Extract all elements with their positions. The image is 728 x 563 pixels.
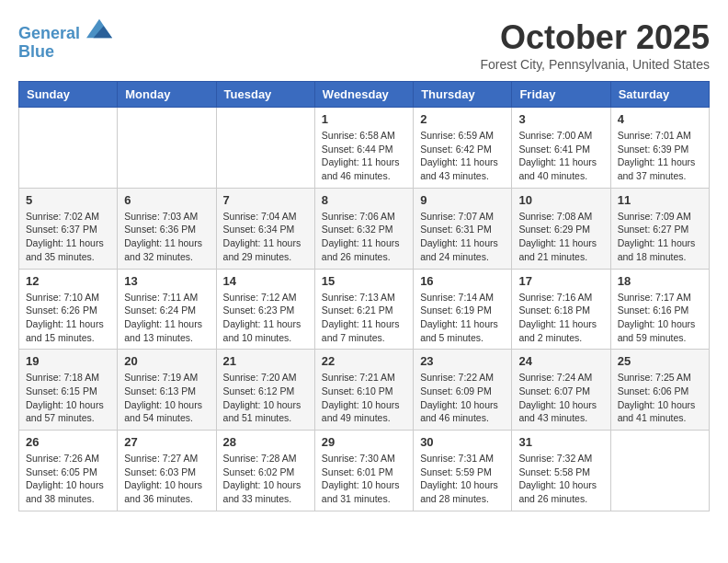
logo-icon <box>86 18 112 39</box>
calendar-week-row: 12Sunrise: 7:10 AM Sunset: 6:26 PM Dayli… <box>19 269 710 350</box>
calendar-cell: 29Sunrise: 7:30 AM Sunset: 6:01 PM Dayli… <box>314 431 413 511</box>
day-info: Sunrise: 7:26 AM Sunset: 6:05 PM Dayligh… <box>26 452 110 506</box>
day-number: 6 <box>124 193 209 207</box>
calendar-cell: 5Sunrise: 7:02 AM Sunset: 6:37 PM Daylig… <box>19 188 118 269</box>
day-info: Sunrise: 7:17 AM Sunset: 6:16 PM Dayligh… <box>618 291 702 345</box>
weekday-header: Monday <box>118 82 216 108</box>
day-info: Sunrise: 7:19 AM Sunset: 6:13 PM Dayligh… <box>124 371 209 425</box>
logo-blue-text: Blue <box>18 43 112 62</box>
day-info: Sunrise: 7:10 AM Sunset: 6:26 PM Dayligh… <box>26 291 110 345</box>
weekday-header: Tuesday <box>216 82 314 108</box>
day-info: Sunrise: 7:09 AM Sunset: 6:27 PM Dayligh… <box>618 210 702 264</box>
day-number: 16 <box>420 274 505 288</box>
day-info: Sunrise: 7:25 AM Sunset: 6:06 PM Dayligh… <box>618 371 702 425</box>
calendar-cell: 20Sunrise: 7:19 AM Sunset: 6:13 PM Dayli… <box>118 350 216 431</box>
calendar-cell <box>610 431 709 511</box>
title-block: October 2025 Forest City, Pennsylvania, … <box>480 18 710 72</box>
calendar-cell: 18Sunrise: 7:17 AM Sunset: 6:16 PM Dayli… <box>610 269 709 350</box>
day-info: Sunrise: 7:18 AM Sunset: 6:15 PM Dayligh… <box>26 371 110 425</box>
day-info: Sunrise: 6:58 AM Sunset: 6:44 PM Dayligh… <box>322 129 406 183</box>
calendar-cell: 15Sunrise: 7:13 AM Sunset: 6:21 PM Dayli… <box>314 269 413 350</box>
day-number: 5 <box>26 193 110 207</box>
day-number: 3 <box>518 112 603 126</box>
calendar-cell: 13Sunrise: 7:11 AM Sunset: 6:24 PM Dayli… <box>118 269 216 350</box>
day-number: 24 <box>518 354 603 368</box>
location: Forest City, Pennsylvania, United States <box>480 57 710 72</box>
calendar-cell <box>216 108 314 189</box>
day-info: Sunrise: 7:13 AM Sunset: 6:21 PM Dayligh… <box>322 291 406 345</box>
day-number: 27 <box>124 435 209 449</box>
day-number: 22 <box>322 354 406 368</box>
day-number: 18 <box>618 274 702 288</box>
calendar-cell: 22Sunrise: 7:21 AM Sunset: 6:10 PM Dayli… <box>314 350 413 431</box>
day-number: 11 <box>618 193 702 207</box>
day-number: 21 <box>223 354 308 368</box>
weekday-header: Wednesday <box>314 82 413 108</box>
calendar-cell: 14Sunrise: 7:12 AM Sunset: 6:23 PM Dayli… <box>216 269 314 350</box>
calendar-cell: 17Sunrise: 7:16 AM Sunset: 6:18 PM Dayli… <box>512 269 610 350</box>
day-number: 12 <box>26 274 110 288</box>
calendar-cell: 9Sunrise: 7:07 AM Sunset: 6:31 PM Daylig… <box>414 188 512 269</box>
day-number: 8 <box>322 193 406 207</box>
day-info: Sunrise: 7:03 AM Sunset: 6:36 PM Dayligh… <box>124 210 209 264</box>
day-number: 29 <box>322 435 406 449</box>
calendar-week-row: 1Sunrise: 6:58 AM Sunset: 6:44 PM Daylig… <box>19 108 710 189</box>
month-title: October 2025 <box>480 18 710 57</box>
day-info: Sunrise: 6:59 AM Sunset: 6:42 PM Dayligh… <box>420 129 505 183</box>
calendar-cell: 31Sunrise: 7:32 AM Sunset: 5:58 PM Dayli… <box>512 431 610 511</box>
day-info: Sunrise: 7:24 AM Sunset: 6:07 PM Dayligh… <box>518 371 603 425</box>
day-number: 7 <box>223 193 308 207</box>
calendar-cell: 8Sunrise: 7:06 AM Sunset: 6:32 PM Daylig… <box>314 188 413 269</box>
day-number: 20 <box>124 354 209 368</box>
calendar-cell: 12Sunrise: 7:10 AM Sunset: 6:26 PM Dayli… <box>19 269 118 350</box>
calendar-cell: 11Sunrise: 7:09 AM Sunset: 6:27 PM Dayli… <box>610 188 709 269</box>
calendar-cell: 10Sunrise: 7:08 AM Sunset: 6:29 PM Dayli… <box>512 188 610 269</box>
calendar-cell: 23Sunrise: 7:22 AM Sunset: 6:09 PM Dayli… <box>414 350 512 431</box>
day-number: 31 <box>518 435 603 449</box>
calendar-cell <box>19 108 118 189</box>
day-info: Sunrise: 7:28 AM Sunset: 6:02 PM Dayligh… <box>223 452 308 506</box>
day-number: 2 <box>420 112 505 126</box>
day-number: 26 <box>26 435 110 449</box>
calendar-cell: 27Sunrise: 7:27 AM Sunset: 6:03 PM Dayli… <box>118 431 216 511</box>
day-info: Sunrise: 7:30 AM Sunset: 6:01 PM Dayligh… <box>322 452 406 506</box>
day-info: Sunrise: 7:20 AM Sunset: 6:12 PM Dayligh… <box>223 371 308 425</box>
logo-text: General <box>18 18 112 43</box>
page-header: General Blue October 2025 Forest City, P… <box>18 18 710 72</box>
day-info: Sunrise: 7:32 AM Sunset: 5:58 PM Dayligh… <box>518 452 603 506</box>
calendar-cell: 19Sunrise: 7:18 AM Sunset: 6:15 PM Dayli… <box>19 350 118 431</box>
day-info: Sunrise: 7:11 AM Sunset: 6:24 PM Dayligh… <box>124 291 209 345</box>
day-info: Sunrise: 7:16 AM Sunset: 6:18 PM Dayligh… <box>518 291 603 345</box>
day-number: 17 <box>518 274 603 288</box>
calendar-week-row: 26Sunrise: 7:26 AM Sunset: 6:05 PM Dayli… <box>19 431 710 511</box>
calendar-cell: 28Sunrise: 7:28 AM Sunset: 6:02 PM Dayli… <box>216 431 314 511</box>
calendar-cell: 16Sunrise: 7:14 AM Sunset: 6:19 PM Dayli… <box>414 269 512 350</box>
calendar-cell: 25Sunrise: 7:25 AM Sunset: 6:06 PM Dayli… <box>610 350 709 431</box>
day-number: 9 <box>420 193 505 207</box>
day-number: 15 <box>322 274 406 288</box>
weekday-header: Friday <box>512 82 610 108</box>
weekday-header: Sunday <box>19 82 118 108</box>
day-number: 10 <box>518 193 603 207</box>
day-info: Sunrise: 7:06 AM Sunset: 6:32 PM Dayligh… <box>322 210 406 264</box>
day-info: Sunrise: 7:07 AM Sunset: 6:31 PM Dayligh… <box>420 210 505 264</box>
day-info: Sunrise: 7:31 AM Sunset: 5:59 PM Dayligh… <box>420 452 505 506</box>
calendar-cell: 6Sunrise: 7:03 AM Sunset: 6:36 PM Daylig… <box>118 188 216 269</box>
day-number: 25 <box>618 354 702 368</box>
day-info: Sunrise: 7:27 AM Sunset: 6:03 PM Dayligh… <box>124 452 209 506</box>
weekday-header: Thursday <box>414 82 512 108</box>
calendar-cell: 3Sunrise: 7:00 AM Sunset: 6:41 PM Daylig… <box>512 108 610 189</box>
day-info: Sunrise: 7:12 AM Sunset: 6:23 PM Dayligh… <box>223 291 308 345</box>
day-info: Sunrise: 7:22 AM Sunset: 6:09 PM Dayligh… <box>420 371 505 425</box>
day-info: Sunrise: 7:21 AM Sunset: 6:10 PM Dayligh… <box>322 371 406 425</box>
calendar-cell: 7Sunrise: 7:04 AM Sunset: 6:34 PM Daylig… <box>216 188 314 269</box>
calendar-cell: 4Sunrise: 7:01 AM Sunset: 6:39 PM Daylig… <box>610 108 709 189</box>
day-number: 4 <box>618 112 702 126</box>
calendar-cell: 1Sunrise: 6:58 AM Sunset: 6:44 PM Daylig… <box>314 108 413 189</box>
calendar-cell: 30Sunrise: 7:31 AM Sunset: 5:59 PM Dayli… <box>414 431 512 511</box>
logo: General Blue <box>18 18 112 62</box>
day-number: 13 <box>124 274 209 288</box>
day-number: 14 <box>223 274 308 288</box>
calendar-week-row: 19Sunrise: 7:18 AM Sunset: 6:15 PM Dayli… <box>19 350 710 431</box>
calendar-cell: 24Sunrise: 7:24 AM Sunset: 6:07 PM Dayli… <box>512 350 610 431</box>
